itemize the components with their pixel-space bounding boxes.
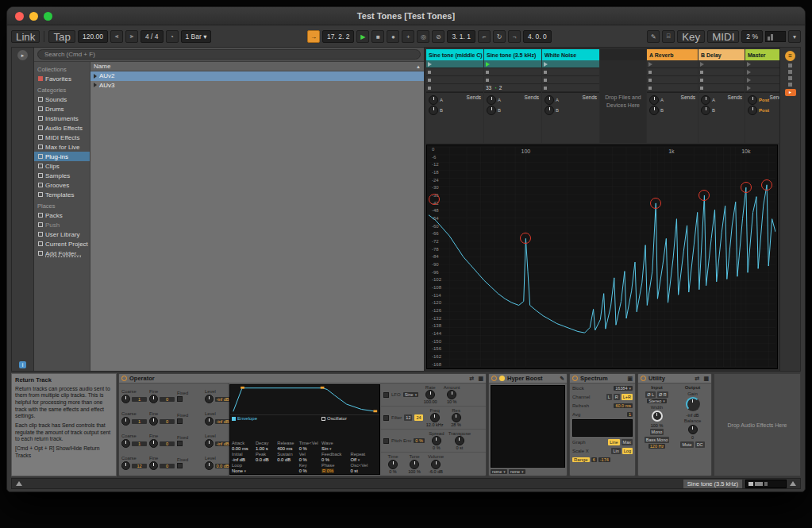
track-header[interactable]: Sine tone (middle C) <box>426 49 483 60</box>
envelope-graph[interactable] <box>230 385 379 415</box>
send-a-knob[interactable] <box>487 95 496 105</box>
device-on-icon[interactable] <box>491 376 497 381</box>
fine-knob[interactable] <box>149 417 158 426</box>
sidebar-item-midi-effects[interactable]: MIDI Effects <box>34 133 90 142</box>
spread-knob[interactable] <box>432 436 441 445</box>
filter-slope-12-button[interactable]: 12 <box>404 414 412 421</box>
key-map-button[interactable]: Key <box>677 30 705 43</box>
track-header[interactable]: Sine tone (3.5 kHz) <box>484 49 541 60</box>
clip-slot[interactable] <box>484 68 541 76</box>
scene-launch-icon[interactable] <box>747 78 751 83</box>
loop-value[interactable]: None ▾ <box>232 468 254 473</box>
sidebar-item-push[interactable]: Push <box>34 220 90 229</box>
stop-all-clips-icon[interactable] <box>788 83 792 87</box>
fine-knob[interactable] <box>149 395 158 403</box>
save-preset-icon[interactable]: ▦ <box>478 376 483 382</box>
coarse-knob[interactable] <box>121 395 130 403</box>
sidebar-item-audio-effects[interactable]: Audio Effects <box>34 123 90 133</box>
scene-slot[interactable]: 3 <box>745 76 779 84</box>
sort-arrow-icon[interactable]: ▲ <box>416 64 421 69</box>
list-item-auv2[interactable]: AUv2 <box>90 71 424 81</box>
draw-mode-icon[interactable]: ✎ <box>647 30 660 43</box>
drop-audio-effects-area[interactable]: Drop Audio Effects Here <box>714 373 801 476</box>
chevron-down-icon[interactable]: ▾ <box>788 30 801 43</box>
time-signature-display[interactable]: 4 / 4 <box>140 30 164 43</box>
key-value[interactable]: 0 % <box>299 468 319 473</box>
hot-swap-icon[interactable]: ⇄ <box>695 376 700 382</box>
send-b-knob[interactable] <box>545 106 554 115</box>
mute-button[interactable]: Mute <box>680 441 693 448</box>
filter-freq-knob[interactable] <box>430 413 440 422</box>
level-knob[interactable] <box>205 439 214 448</box>
envelope-tab[interactable]: Envelope <box>232 416 319 421</box>
send-a-knob[interactable] <box>748 95 757 105</box>
vel-value[interactable]: 0 % <box>299 457 319 462</box>
expand-arrow-icon[interactable] <box>94 83 97 87</box>
punch-in-icon[interactable]: ⌐ <box>478 30 491 43</box>
clip-slot[interactable] <box>542 68 599 76</box>
return-track-header[interactable]: B Delay <box>698 49 745 60</box>
list-header-name[interactable]: Name▲ <box>90 62 424 71</box>
sidebar-item-max-for-live[interactable]: Max for Live <box>34 142 90 152</box>
sidebar-item-drums[interactable]: Drums <box>34 104 90 114</box>
send-a-knob[interactable] <box>649 95 659 105</box>
tap-tempo-button[interactable]: Tap <box>48 30 75 43</box>
scale-lin-button[interactable]: Lin <box>611 448 620 454</box>
scene-slot[interactable]: 1 <box>745 60 779 68</box>
bass-mono-button[interactable]: Bass Mono <box>645 437 670 443</box>
return-slot[interactable] <box>647 84 698 92</box>
initial-value[interactable]: -inf dB <box>232 457 254 462</box>
release-value[interactable]: 400 ms <box>277 446 297 451</box>
timevel-value[interactable]: 0 % <box>299 446 319 451</box>
drop-files-column[interactable]: Drop Files and Devices Here <box>600 49 646 143</box>
arrangement-position-display[interactable]: 17. 2. 2 <box>322 30 354 43</box>
channel-right-button[interactable]: R <box>614 394 620 400</box>
send-b-knob[interactable] <box>701 106 710 115</box>
return-track-header[interactable]: A Reverb <box>647 49 698 60</box>
post-toggle[interactable]: Post <box>759 108 769 113</box>
scene-launch-icon[interactable] <box>747 62 751 67</box>
stop-all-clips-icon[interactable] <box>788 76 792 80</box>
clip-slot[interactable] <box>484 76 541 84</box>
selected-track-chip[interactable]: Sine tone (3.5 kHz) <box>683 480 742 488</box>
hyper-boost-select-1[interactable]: none▾ <box>491 469 507 474</box>
stop-all-clips-icon[interactable] <box>788 64 792 67</box>
range-label[interactable]: Range <box>572 457 590 462</box>
tempo-clip-slot[interactable]: 33◔2 <box>484 84 541 92</box>
browser-nav-icon[interactable]: ▸ <box>17 50 28 60</box>
clip-slot[interactable] <box>542 76 599 84</box>
return-slot[interactable] <box>647 68 698 76</box>
sidebar-item-current-project[interactable]: Current Project <box>34 239 90 249</box>
minimize-window-button[interactable] <box>29 12 38 21</box>
clip-slot-playing[interactable] <box>484 60 541 68</box>
device-on-icon[interactable] <box>121 376 127 381</box>
fixed-checkbox[interactable] <box>177 418 183 424</box>
master-track-header[interactable]: Master <box>745 49 779 60</box>
range-high-value[interactable]: 6 <box>591 457 597 462</box>
computer-midi-keyboard-icon[interactable]: ⌸ <box>662 30 675 43</box>
tone-knob[interactable] <box>410 460 419 469</box>
tempo-display[interactable]: 120.00 <box>78 30 108 43</box>
quantization-menu[interactable]: 1 Bar ▾ <box>181 30 212 43</box>
coarse-knob[interactable] <box>121 439 130 448</box>
stop-all-clips-icon[interactable] <box>788 70 792 74</box>
level-knob[interactable] <box>205 417 214 426</box>
return-slot[interactable] <box>647 76 698 84</box>
graph-max-button[interactable]: Max <box>622 439 633 445</box>
clip-slot[interactable] <box>542 84 599 92</box>
info-view-toggle-icon[interactable]: i <box>19 361 26 368</box>
dc-filter-button[interactable]: DC <box>695 441 705 448</box>
phase-value[interactable]: R 0% <box>321 468 334 473</box>
io-menu-icon[interactable]: ≡ <box>785 51 795 61</box>
balance-knob[interactable] <box>688 425 698 434</box>
attack-value[interactable]: 0.00 ms <box>232 446 254 451</box>
graph-line-button[interactable]: Line <box>608 439 619 445</box>
re-enable-automation-icon[interactable]: ⊘ <box>432 30 444 43</box>
send-a-knob[interactable] <box>429 95 438 105</box>
send-a-knob[interactable] <box>701 95 710 105</box>
filter-res-knob[interactable] <box>452 413 461 422</box>
post-toggle[interactable]: Post <box>759 98 769 102</box>
level-knob[interactable] <box>205 395 214 403</box>
transpose-knob[interactable] <box>455 436 464 445</box>
filter-toggle[interactable] <box>383 415 389 421</box>
